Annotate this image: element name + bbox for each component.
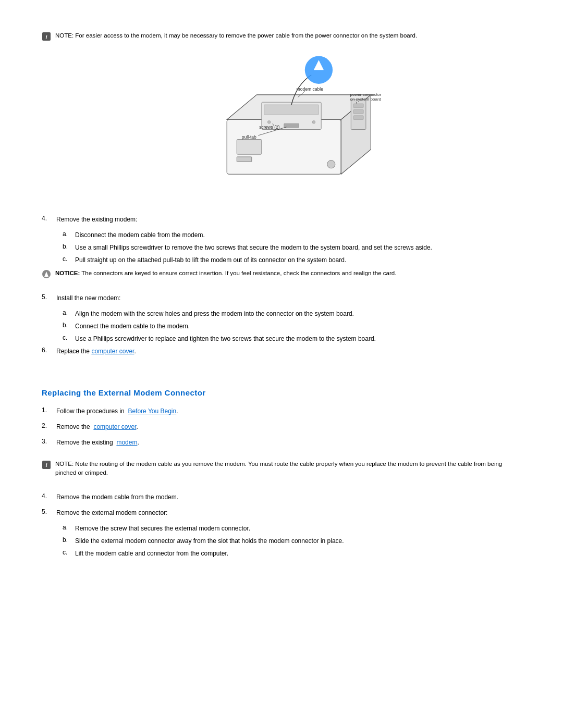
step-5c-label: c. bbox=[63, 334, 71, 341]
svg-text:pull-tab: pull-tab bbox=[242, 134, 256, 140]
svg-rect-5 bbox=[237, 140, 262, 155]
section-step-3-link[interactable]: modem bbox=[116, 439, 137, 446]
section-step-5-text: Remove the external modem connector: bbox=[56, 508, 167, 517]
step-4-number: 4. bbox=[42, 215, 52, 222]
step-4c-text: Pull straight up on the attached pull-ta… bbox=[75, 255, 346, 265]
section-step-5b-text: Slide the external modem connector away … bbox=[75, 536, 344, 546]
step-6-number: 6. bbox=[42, 347, 52, 354]
svg-rect-15 bbox=[353, 109, 363, 114]
step-5b: b. Connect the modem cable to the modem. bbox=[63, 322, 521, 331]
step-5: 5. Install the new modem: bbox=[42, 293, 521, 303]
step-5-number: 5. bbox=[42, 293, 52, 301]
step-5-sublist: a. Align the modem with the screw holes … bbox=[63, 309, 521, 343]
svg-text:screws (2): screws (2) bbox=[259, 125, 280, 130]
notice-block-1: NOTICE: The connectors are keyed to ensu… bbox=[42, 269, 521, 279]
section-step-5: 5. Remove the external modem connector: bbox=[42, 508, 521, 517]
modem-diagram: modem cable screws (2) pull-tab power co… bbox=[42, 52, 521, 199]
note-icon-2: i bbox=[42, 460, 51, 470]
section-step-1-link[interactable]: Before You Begin bbox=[128, 408, 176, 415]
svg-text:power connector: power connector bbox=[350, 92, 381, 97]
section-step-2-link[interactable]: computer cover bbox=[93, 423, 136, 430]
svg-rect-16 bbox=[353, 116, 363, 120]
svg-rect-14 bbox=[353, 104, 363, 108]
svg-point-11 bbox=[312, 120, 315, 124]
section-step-4: 4. Remove the modem cable from the modem… bbox=[42, 492, 521, 502]
svg-point-7 bbox=[327, 161, 335, 168]
note-icon: i bbox=[42, 32, 51, 41]
step-4c: c. Pull straight up on the attached pull… bbox=[63, 255, 521, 265]
section-step-5-number: 5. bbox=[42, 508, 52, 515]
step-5b-text: Connect the modem cable to the modem. bbox=[75, 322, 190, 331]
note-block-2: i NOTE: Note the routing of the modem ca… bbox=[42, 460, 521, 478]
svg-rect-9 bbox=[264, 105, 319, 115]
section-step-5c-text: Lift the modem cable and connector from … bbox=[75, 549, 228, 558]
section-step-3-text: Remove the existing modem. bbox=[56, 438, 139, 447]
section-step-5a-text: Remove the screw that secures the extern… bbox=[75, 524, 250, 533]
svg-point-10 bbox=[267, 120, 271, 124]
section-step-4-number: 4. bbox=[42, 492, 52, 500]
step-5a: a. Align the modem with the screw holes … bbox=[63, 309, 521, 318]
step-4-sublist: a. Disconnect the modem cable from the m… bbox=[63, 230, 521, 265]
section-step-5c: c. Lift the modem cable and connector fr… bbox=[63, 549, 521, 558]
step-5a-text: Align the modem with the screw holes and… bbox=[75, 309, 354, 318]
section-step-2-number: 2. bbox=[42, 422, 52, 429]
step-4a-label: a. bbox=[63, 230, 71, 238]
notice-label-1: NOTICE: bbox=[55, 270, 80, 276]
svg-rect-6 bbox=[237, 157, 252, 162]
section-step-4-text: Remove the modem cable from the modem. bbox=[56, 492, 178, 502]
section-step-2: 2. Remove the computer cover. bbox=[42, 422, 521, 431]
step-4: 4. Remove the existing modem: bbox=[42, 215, 521, 224]
svg-text:modem cable: modem cable bbox=[297, 87, 324, 92]
section-step-3: 3. Remove the existing modem. bbox=[42, 438, 521, 447]
step-5c-text: Use a Phillips screwdriver to replace an… bbox=[75, 334, 376, 343]
section-step-5a: a. Remove the screw that secures the ext… bbox=[63, 524, 521, 533]
step-4b-text: Use a small Phillips screwdriver to remo… bbox=[75, 243, 432, 252]
section-step-2-text: Remove the computer cover. bbox=[56, 422, 138, 431]
svg-text:on system board: on system board bbox=[350, 97, 381, 102]
step-4b: b. Use a small Phillips screwdriver to r… bbox=[63, 243, 521, 252]
step-5a-label: a. bbox=[63, 309, 71, 316]
section-heading: Replacing the External Modem Connector bbox=[42, 388, 521, 397]
step-6: 6. Replace the computer cover. bbox=[42, 347, 521, 356]
step-6-link[interactable]: computer cover bbox=[91, 348, 134, 355]
step-4a-text: Disconnect the modem cable from the mode… bbox=[75, 230, 205, 240]
section-step-1-text: Follow the procedures in Before You Begi… bbox=[56, 406, 178, 416]
note-block-1: i NOTE: For easier access to the modem, … bbox=[42, 31, 521, 41]
notice-content-1: The connectors are keyed to ensure corre… bbox=[81, 270, 396, 276]
section-step-5-sublist: a. Remove the screw that secures the ext… bbox=[63, 524, 521, 558]
svg-rect-30 bbox=[46, 277, 47, 277]
step-4-text: Remove the existing modem: bbox=[56, 215, 137, 224]
section-step-5b: b. Slide the external modem connector aw… bbox=[63, 536, 521, 546]
step-4b-label: b. bbox=[63, 243, 71, 250]
section-step-3-number: 3. bbox=[42, 438, 52, 445]
note-text-2: NOTE: Note the routing of the modem cabl… bbox=[55, 460, 521, 478]
note-text-1: NOTE: For easier access to the modem, it… bbox=[55, 31, 417, 40]
section-step-1-number: 1. bbox=[42, 406, 52, 414]
notice-icon bbox=[42, 269, 51, 279]
step-6-text: Replace the computer cover. bbox=[56, 347, 136, 356]
step-5b-label: b. bbox=[63, 322, 71, 329]
section-step-5a-label: a. bbox=[63, 524, 71, 531]
section-step-5b-label: b. bbox=[63, 536, 71, 544]
step-5-text: Install the new modem: bbox=[56, 293, 120, 303]
section-step-1: 1. Follow the procedures in Before You B… bbox=[42, 406, 521, 416]
step-4a: a. Disconnect the modem cable from the m… bbox=[63, 230, 521, 240]
step-4c-label: c. bbox=[63, 255, 71, 263]
notice-text-1: NOTICE: The connectors are keyed to ensu… bbox=[55, 269, 396, 278]
step-5c: c. Use a Phillips screwdriver to replace… bbox=[63, 334, 521, 343]
section-step-5c-label: c. bbox=[63, 549, 71, 556]
